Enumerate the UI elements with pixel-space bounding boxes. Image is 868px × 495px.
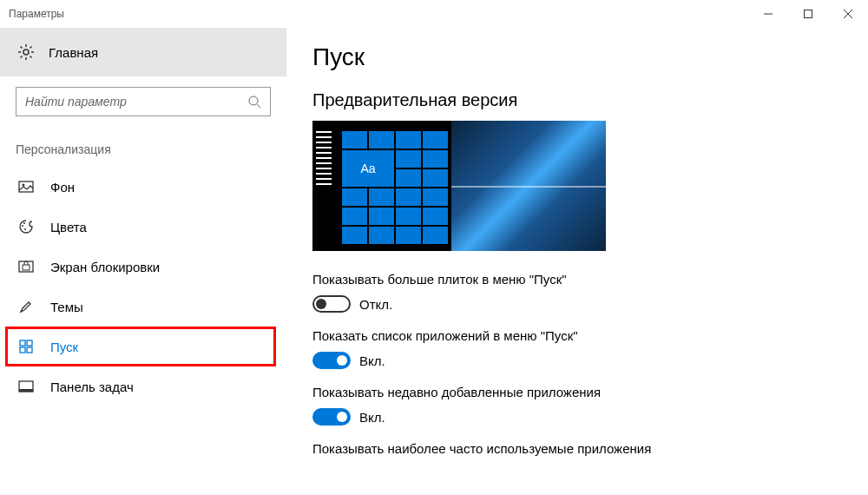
search-input[interactable] [25, 95, 238, 109]
svg-rect-13 [23, 265, 30, 270]
page-title: Пуск [312, 43, 842, 71]
sidebar-item-label: Фон [50, 180, 75, 195]
toggle-state: Откл. [359, 297, 392, 312]
setting-label: Показывать недавно добавленные приложени… [312, 385, 842, 399]
window-controls [748, 0, 868, 28]
svg-rect-14 [20, 340, 25, 346]
svg-rect-19 [19, 389, 33, 392]
search-box[interactable] [16, 87, 271, 116]
setting-label: Показывать наиболее часто используемые п… [312, 441, 842, 456]
sidebar-item-label: Панель задач [50, 380, 134, 394]
setting-more-tiles: Показывать больше плиток в меню "Пуск" О… [312, 272, 842, 313]
lockscreen-icon [17, 258, 35, 275]
start-preview: Aa [312, 121, 606, 251]
search-icon [247, 95, 261, 109]
preview-app-list [312, 121, 339, 251]
close-button[interactable] [828, 0, 868, 28]
titlebar: Параметры [0, 0, 868, 28]
home-label: Главная [49, 45, 98, 60]
sidebar-item-label: Экран блокировки [50, 260, 160, 274]
svg-rect-16 [20, 347, 25, 353]
preview-desktop [451, 121, 606, 251]
svg-rect-17 [27, 347, 32, 353]
sidebar-item-themes[interactable]: Темы [0, 287, 286, 327]
preview-label: Предварительная версия [312, 90, 842, 110]
svg-rect-15 [27, 340, 32, 346]
start-icon [17, 338, 35, 355]
minimize-icon [764, 10, 773, 18]
minimize-button[interactable] [748, 0, 788, 28]
setting-recently-added: Показывать недавно добавленные приложени… [312, 385, 842, 426]
svg-point-10 [23, 222, 25, 224]
sidebar-item-label: Пуск [50, 340, 78, 354]
maximize-button[interactable] [788, 0, 828, 28]
svg-point-8 [23, 184, 25, 187]
sidebar-item-colors[interactable]: Цвета [0, 207, 286, 247]
setting-app-list: Показать список приложений в меню "Пуск"… [312, 328, 842, 369]
window-title: Параметры [9, 8, 64, 20]
svg-line-6 [257, 104, 260, 108]
close-icon [844, 10, 852, 18]
svg-rect-1 [805, 10, 812, 18]
preview-tile-aa: Aa [342, 150, 394, 187]
preview-start-menu: Aa [312, 121, 451, 251]
toggle-state: Вкл. [359, 410, 385, 425]
palette-icon [17, 218, 35, 235]
picture-icon [17, 178, 35, 195]
toggle-state: Вкл. [359, 353, 385, 368]
toggle-recently-added[interactable] [312, 408, 351, 426]
section-header: Персонализация [0, 116, 286, 167]
main-content: Пуск Предварительная версия Aa [286, 28, 868, 495]
brush-icon [17, 298, 35, 315]
taskbar-icon [17, 378, 35, 395]
svg-point-11 [24, 228, 26, 230]
home-button[interactable]: Главная [0, 28, 286, 76]
sidebar-item-label: Цвета [50, 220, 87, 234]
sidebar-item-start[interactable]: Пуск [5, 327, 276, 366]
sidebar-item-background[interactable]: Фон [0, 167, 286, 207]
sidebar: Главная Персонализация Фон Цвета Э [0, 28, 286, 495]
setting-label: Показывать больше плиток в меню "Пуск" [312, 272, 842, 287]
maximize-icon [804, 10, 812, 18]
svg-point-9 [22, 225, 23, 227]
gear-icon [17, 43, 35, 61]
toggle-more-tiles[interactable] [312, 295, 351, 313]
setting-label: Показать список приложений в меню "Пуск" [312, 328, 842, 343]
setting-most-used: Показывать наиболее часто используемые п… [312, 441, 842, 456]
svg-point-5 [249, 96, 258, 105]
sidebar-item-lockscreen[interactable]: Экран блокировки [0, 247, 286, 287]
preview-tiles: Aa [339, 121, 451, 251]
svg-point-4 [23, 50, 29, 55]
toggle-app-list[interactable] [312, 352, 351, 369]
sidebar-item-taskbar[interactable]: Панель задач [0, 366, 286, 406]
sidebar-item-label: Темы [50, 300, 83, 314]
